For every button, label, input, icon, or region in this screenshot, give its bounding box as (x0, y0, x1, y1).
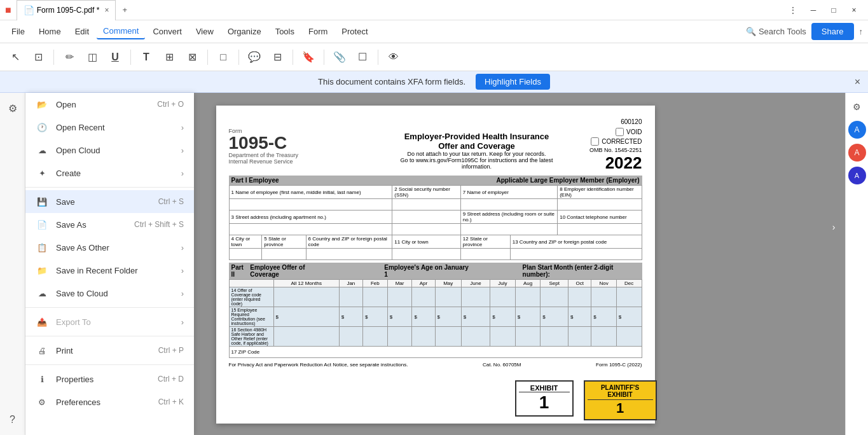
menu-comment[interactable]: Comment (97, 24, 145, 39)
menu-save-in-recent-item[interactable]: 📁 Save in Recent Folder › (25, 259, 194, 282)
save-as-icon: 📄 (36, 218, 48, 231)
menu-edit[interactable]: Edit (69, 24, 95, 39)
field-9-val (460, 224, 557, 235)
save-label: Save (56, 197, 151, 207)
share-button[interactable]: Share (811, 23, 854, 40)
eraser-tool-btn[interactable]: ◫ (82, 47, 102, 67)
minimize-window-btn[interactable]: ─ (804, 1, 822, 19)
menu-save-to-cloud-item[interactable]: ☁ Save to Cloud › (25, 282, 194, 305)
save-as-label: Save As (56, 220, 127, 230)
browser-menu-btn[interactable]: ⋮ (784, 1, 802, 19)
row15-dec: $ (616, 307, 642, 327)
maximize-window-btn[interactable]: □ (825, 1, 843, 19)
field-4-val (229, 249, 262, 260)
toolbar-separator-6 (324, 50, 324, 65)
exhibit-2-stamp[interactable]: PLAINTIFF'S EXHIBIT 1 (584, 380, 657, 420)
stamp-tool-btn[interactable]: 🔖 (298, 47, 319, 67)
menu-open-item[interactable]: 📂 Open Ctrl + O (25, 93, 194, 116)
tab-close-btn[interactable]: × (104, 6, 109, 15)
right-panel-settings-icon[interactable]: ⚙ (848, 98, 866, 116)
separator-1 (25, 187, 194, 188)
void-checkbox[interactable] (616, 128, 624, 136)
eye-tool-btn[interactable]: 👁 (383, 47, 404, 67)
row14-may (435, 287, 461, 307)
menu-tools[interactable]: Tools (269, 24, 301, 39)
save-recent-icon: 📁 (36, 264, 48, 277)
field-3-val (229, 224, 392, 235)
next-page-btn[interactable]: › (827, 218, 840, 237)
save-cloud-icon: ☁ (36, 287, 48, 300)
corrected-row: CORRECTED (560, 137, 642, 146)
close-window-btn[interactable]: × (845, 1, 863, 19)
row15-may: $ (435, 307, 461, 327)
text-tool-btn[interactable]: T (136, 47, 156, 67)
toolbar: ↖ ⊡ ✏ ◫ U T ⊞ ⊠ □ 💬 ⊟ 🔖 📎 ☐ 👁 (0, 43, 868, 71)
row16-apr (412, 327, 435, 347)
menu-properties-item[interactable]: ℹ Properties Ctrl + D (25, 368, 194, 390)
attach-tool-btn[interactable]: 📎 (329, 47, 350, 67)
menu-convert[interactable]: Convert (146, 24, 188, 39)
comment-tool-btn[interactable]: 💬 (244, 47, 265, 67)
user-avatar-icon[interactable]: A (848, 144, 866, 162)
menu-save-item[interactable]: 💾 Save Ctrl + S (25, 190, 194, 213)
cursor-tool-btn[interactable]: ↖ (5, 47, 25, 67)
new-tab-btn[interactable]: + (116, 1, 134, 19)
corrected-checkbox[interactable] (591, 137, 599, 146)
save-icon: 💾 (36, 195, 48, 208)
form-number-display: 1095-C (229, 134, 394, 152)
month-all: All 12 Months (273, 280, 339, 287)
save-shortcut: Ctrl + S (158, 197, 184, 206)
month-nov: Nov (591, 280, 617, 287)
underline-tool-btn[interactable]: U (105, 47, 125, 67)
save-as-other-label: Save As Other (56, 243, 174, 252)
callout-tool-btn[interactable]: ⊠ (182, 47, 202, 67)
sidebar-settings-icon[interactable]: ⚙ (3, 98, 23, 118)
menu-form[interactable]: Form (302, 24, 334, 39)
notification-close-btn[interactable]: × (855, 76, 860, 88)
menu-save-as-item[interactable]: 📄 Save As Ctrl + Shift + S (25, 213, 194, 236)
menu-open-recent-item[interactable]: 🕐 Open Recent › (25, 116, 194, 139)
preferences-label: Preferences (56, 397, 151, 407)
toolbar-separator-5 (293, 50, 293, 65)
month-aug: Aug (515, 280, 541, 287)
menu-print-item[interactable]: 🖨 Print Ctrl + P (25, 339, 194, 362)
field-7: 7 Name of employer (460, 186, 557, 199)
row17-label: 17 ZIP Code (229, 347, 642, 358)
textbox-tool-btn[interactable]: ⊞ (159, 47, 179, 67)
pen-tool-btn[interactable]: ✏ (59, 47, 79, 67)
exhibit-1-stamp[interactable]: EXHIBIT 1 (515, 380, 574, 417)
menu-organize[interactable]: Organize (221, 24, 268, 39)
footer-privacy: For Privacy Act and Paperwork Reduction … (229, 362, 408, 368)
menu-open-cloud-item[interactable]: ☁ Open Cloud › (25, 139, 194, 162)
content-area: 📂 Open Ctrl + O 🕐 Open Recent › ☁ Open C… (25, 93, 868, 435)
highlight-fields-btn[interactable]: Highlight Fields (476, 74, 550, 90)
export-icon: 📤 (36, 315, 48, 328)
row16-nov (591, 327, 617, 347)
shapes-tool-btn[interactable]: □ (213, 47, 233, 67)
row14-all (273, 287, 339, 307)
print-icon: 🖨 (36, 344, 48, 357)
measure-tool-btn[interactable]: ⊟ (267, 47, 287, 67)
avatar-icon[interactable]: A (848, 121, 866, 139)
note-tool-btn[interactable]: ☐ (352, 47, 373, 67)
row16-feb (362, 327, 387, 347)
irs-label: Internal Revenue Service (229, 158, 394, 165)
separator-2 (25, 307, 194, 308)
right-panel: ⚙ A A A (845, 93, 868, 435)
sidebar-help-icon[interactable]: ? (3, 410, 23, 430)
menu-create-item[interactable]: ✦ Create › (25, 162, 194, 184)
field-1: 1 Name of employee (first name, middle i… (229, 186, 392, 199)
second-avatar-icon[interactable]: A (848, 167, 866, 184)
menu-save-as-other-item[interactable]: 📋 Save As Other › (25, 236, 194, 259)
upload-icon[interactable]: ↑ (859, 27, 864, 36)
active-tab[interactable]: 📄 Form 1095-C.pdf * × (17, 0, 116, 20)
search-tools-btn[interactable]: 🔍 Search Tools (746, 27, 806, 36)
menu-protect[interactable]: Protect (335, 24, 374, 39)
pdf-page: 600120 Form 1095-C Department of the Tre… (216, 106, 655, 424)
menu-view[interactable]: View (189, 24, 220, 39)
menu-file[interactable]: File (5, 24, 31, 39)
select-tool-btn[interactable]: ⊡ (28, 47, 48, 67)
menu-preferences-item[interactable]: ⚙ Preferences Ctrl + K (25, 390, 194, 413)
part1-title: Employee (249, 177, 279, 184)
menu-home[interactable]: Home (32, 24, 67, 39)
